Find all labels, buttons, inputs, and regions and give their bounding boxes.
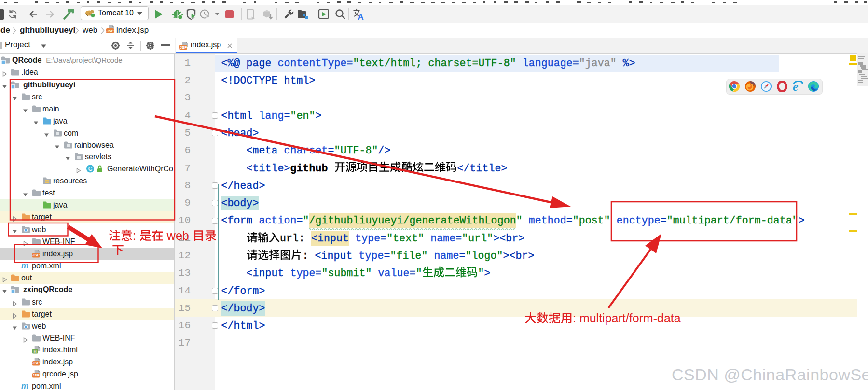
svg-text:JSP: JSP	[32, 361, 39, 365]
svg-text:H: H	[34, 348, 37, 353]
svg-text:JSP: JSP	[32, 373, 39, 377]
svg-text:C: C	[88, 166, 93, 172]
svg-text:JSP: JSP	[106, 29, 114, 33]
svg-text:JSP: JSP	[179, 45, 187, 50]
svg-text:JSP: JSP	[32, 253, 39, 257]
svg-text:A: A	[358, 13, 364, 20]
